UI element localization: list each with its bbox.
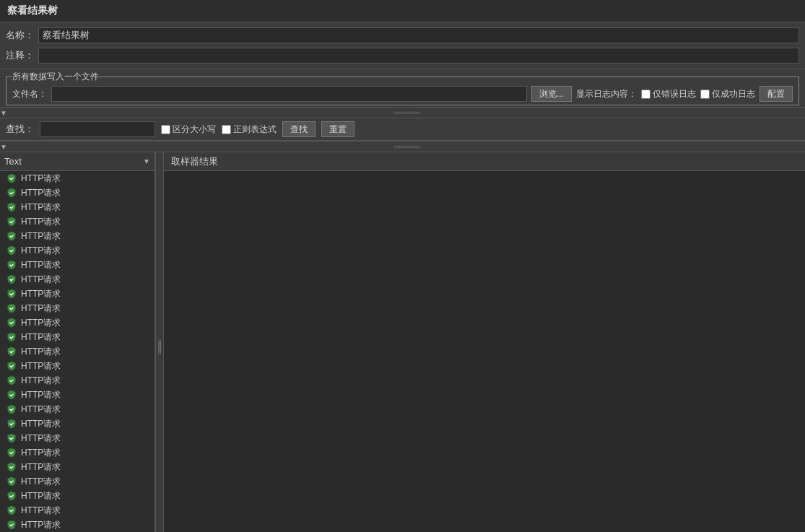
form-section: 名称： 注释： <box>0 22 805 69</box>
shield-checkmark-icon <box>6 274 17 285</box>
file-section-legend: 所有数据写入一个文件 <box>12 71 99 83</box>
list-item[interactable]: HTTP请求 <box>0 186 155 200</box>
file-input[interactable] <box>51 86 527 102</box>
list-item[interactable]: HTTP请求 <box>0 460 155 474</box>
shield-checkmark-icon <box>6 288 17 300</box>
panel-divider[interactable]: ≈≈≈≈≈ <box>155 152 164 532</box>
config-button[interactable]: 配置 <box>760 86 793 102</box>
list-item[interactable]: HTTP请求 <box>0 431 155 445</box>
collapse-bar-1[interactable]: ▼ ≈≈≈≈≈≈≈≈≈ <box>0 107 805 118</box>
shield-checkmark-icon <box>6 389 17 401</box>
shield-checkmark-icon <box>6 216 17 227</box>
list-item[interactable]: HTTP请求 <box>0 518 155 532</box>
list-item[interactable]: HTTP请求 <box>0 330 155 344</box>
list-item-text: HTTP请求 <box>21 490 61 502</box>
list-item-text: HTTP请求 <box>21 519 61 531</box>
regex-label[interactable]: 正则表达式 <box>222 123 277 136</box>
list-item-text: HTTP请求 <box>21 505 61 517</box>
name-input[interactable] <box>38 27 799 43</box>
shield-checkmark-icon <box>6 476 17 487</box>
shield-checkmark-icon <box>6 461 17 473</box>
list-item-text: HTTP请求 <box>21 201 61 214</box>
list-item[interactable]: HTTP请求 <box>0 272 155 287</box>
list-item[interactable]: HTTP请求 <box>0 474 155 489</box>
list-item-text: HTTP请求 <box>21 288 61 300</box>
list-item[interactable]: HTTP请求 <box>0 489 155 503</box>
search-section: 查找： 区分大小写 正则表达式 查找 重置 <box>0 118 805 141</box>
list-item-text: HTTP请求 <box>21 259 61 271</box>
list-item[interactable]: HTTP请求 <box>0 388 155 402</box>
list-item-text: HTTP请求 <box>21 331 61 344</box>
list-item-text: HTTP请求 <box>21 404 61 416</box>
shield-checkmark-icon <box>6 201 17 213</box>
list-item[interactable]: HTTP请求 <box>0 229 155 243</box>
file-section-wrapper: 所有数据写入一个文件 文件名： 浏览... 显示日志内容： 仅错误日志 仅成功日… <box>0 69 805 107</box>
list-item[interactable]: HTTP请求 <box>0 214 155 229</box>
list-item-text: HTTP请求 <box>21 447 61 459</box>
success-log-checkbox[interactable] <box>700 90 710 99</box>
search-input[interactable] <box>40 121 155 137</box>
shield-checkmark-icon <box>6 302 17 314</box>
window-title: 察看结果树 <box>7 4 58 16</box>
comment-input[interactable] <box>38 48 799 64</box>
error-log-checkbox[interactable] <box>641 90 650 99</box>
collapse-arrow-2: ▼ <box>0 143 7 151</box>
left-panel-header: Text ▼ <box>0 152 155 171</box>
case-sensitive-checkbox[interactable] <box>161 125 170 134</box>
list-item[interactable]: HTTP请求 <box>0 417 155 431</box>
list-item[interactable]: HTTP请求 <box>0 503 155 518</box>
list-item-text: HTTP请求 <box>21 173 61 185</box>
comment-label: 注释： <box>6 49 38 62</box>
list-item[interactable]: HTTP请求 <box>0 243 155 258</box>
list-item-text: HTTP请求 <box>21 418 61 430</box>
shield-checkmark-icon <box>6 187 17 199</box>
right-panel-content <box>164 171 805 532</box>
list-item[interactable]: HTTP请求 <box>0 315 155 330</box>
browse-button[interactable]: 浏览... <box>531 86 572 102</box>
main-area: Text ▼ HTTP请求 HTTP请求 HTTP请求 HTTP请求 HTTP请… <box>0 152 805 532</box>
shield-checkmark-icon <box>6 346 17 357</box>
list-item-text: HTTP请求 <box>21 245 61 257</box>
list-item[interactable]: HTTP请求 <box>0 359 155 373</box>
list-item-text: HTTP请求 <box>21 230 61 243</box>
success-log-label[interactable]: 仅成功日志 <box>700 88 755 100</box>
list-item-text: HTTP请求 <box>21 346 61 358</box>
list-item[interactable]: HTTP请求 <box>0 344 155 359</box>
collapse-bar-2[interactable]: ▼ ≈≈≈≈≈≈≈≈≈ <box>0 141 805 152</box>
file-name-label: 文件名： <box>12 88 47 100</box>
list-item[interactable]: HTTP请求 <box>0 171 155 186</box>
dropdown-arrow[interactable]: ▼ <box>143 157 150 165</box>
shield-checkmark-icon <box>6 519 17 531</box>
list-item[interactable]: HTTP请求 <box>0 373 155 388</box>
list-item[interactable]: HTTP请求 <box>0 287 155 301</box>
collapse-arrow-1: ▼ <box>0 109 7 117</box>
search-button[interactable]: 查找 <box>282 121 316 137</box>
list-item-text: HTTP请求 <box>21 216 61 228</box>
right-panel-header: 取样器结果 <box>164 152 805 171</box>
list-item[interactable]: HTTP请求 <box>0 200 155 214</box>
shield-checkmark-icon <box>6 490 17 502</box>
list-item[interactable]: HTTP请求 <box>0 301 155 315</box>
file-fieldset: 所有数据写入一个文件 文件名： 浏览... 显示日志内容： 仅错误日志 仅成功日… <box>6 71 799 105</box>
shield-checkmark-icon <box>6 404 17 415</box>
shield-checkmark-icon <box>6 360 17 372</box>
shield-checkmark-icon <box>6 173 17 184</box>
list-item[interactable]: HTTP请求 <box>0 402 155 417</box>
list-item-text: HTTP请求 <box>21 432 61 445</box>
list-item-text: HTTP请求 <box>21 389 61 401</box>
list-item-text: HTTP请求 <box>21 317 61 329</box>
right-panel: 取样器结果 <box>164 152 805 532</box>
list-item[interactable]: HTTP请求 <box>0 258 155 272</box>
regex-checkbox[interactable] <box>222 125 231 134</box>
log-label: 显示日志内容： <box>576 88 637 100</box>
divider-tilde-2: ≈≈≈≈≈≈≈≈≈ <box>7 142 805 151</box>
list-item-text: HTTP请求 <box>21 360 61 372</box>
error-log-label[interactable]: 仅错误日志 <box>641 88 696 100</box>
list-item[interactable]: HTTP请求 <box>0 445 155 460</box>
shield-checkmark-icon <box>6 447 17 458</box>
list-item-text: HTTP请求 <box>21 274 61 286</box>
title-bar: 察看结果树 <box>0 0 805 22</box>
reset-button[interactable]: 重置 <box>321 121 354 137</box>
case-sensitive-label[interactable]: 区分大小写 <box>161 123 216 136</box>
comment-row: 注释： <box>6 45 799 66</box>
